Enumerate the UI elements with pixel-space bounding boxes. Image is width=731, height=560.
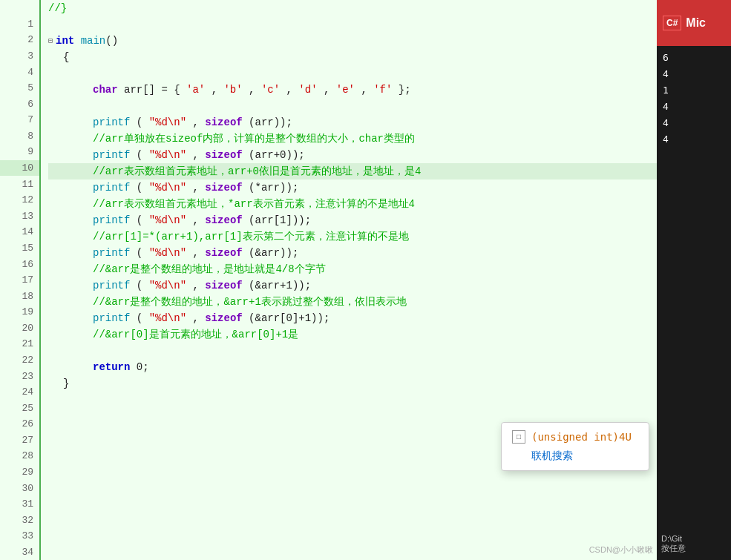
terminal-output: 6 4 1 4 4 4: [657, 46, 731, 531]
output-line-2: 4: [663, 66, 725, 82]
line-num-top: [0, 0, 39, 16]
code-line-top: //}: [48, 0, 731, 16]
terminal-footer: D:\Git 按任意: [657, 531, 731, 560]
terminal-title: Mic: [686, 16, 706, 30]
line-num-13: 13: [0, 208, 39, 225]
code-line-14: //arr[1]=*(arr+1),arr[1]表示第二个元素，注意计算的不是地: [48, 228, 731, 245]
line-num-8: 8: [0, 128, 39, 145]
editor-container: 1 2 3 4 5 6 7 8 9 10 11 12 13 14 15 16 1…: [0, 0, 731, 560]
line-num-31: 31: [0, 496, 39, 513]
code-line-2: ⊟ int main (): [48, 33, 731, 49]
output-line-5: 4: [663, 115, 725, 131]
line-numbers: 1 2 3 4 5 6 7 8 9 10 11 12 13 14 15 16 1…: [0, 0, 41, 560]
tooltip-popup: □ (unsigned int)4U 联机搜索: [501, 422, 649, 471]
line-num-6: 6: [0, 96, 39, 112]
line-num-18: 18: [0, 288, 39, 304]
code-line-20: //&arr[0]是首元素的地址，&arr[0]+1是: [48, 326, 731, 343]
line-num-24: 24: [0, 384, 39, 401]
code-line-15: printf ( "%d\n" , sizeof (&arr));: [48, 245, 731, 261]
code-line-17: printf ( "%d\n" , sizeof (&arr+1));: [48, 277, 731, 294]
line-num-15: 15: [0, 240, 39, 257]
code-line-18: //&arr是整个数组的地址，&arr+1表示跳过整个数组，依旧表示地: [48, 294, 731, 310]
output-line-6: 4: [663, 131, 725, 148]
code-line-4: [48, 65, 731, 82]
code-line-8: //arr单独放在sizeof内部，计算的是整个数组的大小，char类型的: [48, 131, 731, 147]
line-num-32: 32: [0, 513, 39, 529]
line-num-26: 26: [0, 416, 39, 432]
line-num-20: 20: [0, 320, 39, 337]
line-num-30: 30: [0, 480, 39, 496]
tooltip-item: □ (unsigned int)4U: [512, 430, 638, 444]
output-line-1: 6: [663, 50, 725, 66]
terminal-header: C# Mic: [657, 0, 731, 46]
line-num-7: 7: [0, 112, 39, 128]
line-num-17: 17: [0, 272, 39, 289]
code-line-1: [48, 16, 731, 33]
tooltip-type-icon: □: [512, 430, 525, 444]
right-panel: C# Mic 6 4 1 4 4 4 D:\Git 按任意: [657, 0, 731, 560]
code-line-6: [48, 98, 731, 114]
code-lines: //} ⊟ int main () { char: [41, 0, 731, 392]
tooltip-search-link[interactable]: 联机搜索: [512, 449, 638, 463]
tooltip-type-text: (unsigned int)4U: [531, 431, 632, 443]
path-text: D:\Git: [661, 534, 727, 543]
line-num-1: 1: [0, 16, 39, 33]
code-area[interactable]: //} ⊟ int main () { char: [41, 0, 731, 560]
line-num-23: 23: [0, 368, 39, 384]
line-num-9: 9: [0, 144, 39, 160]
code-line-7: printf ( "%d\n" , sizeof (arr));: [48, 114, 731, 131]
code-line-19: printf ( "%d\n" , sizeof (&arr[0]+1));: [48, 310, 731, 326]
line-num-22: 22: [0, 352, 39, 369]
line-num-21: 21: [0, 336, 39, 352]
code-line-16: //&arr是整个数组的地址，是地址就是4/8个字节: [48, 261, 731, 277]
line-num-2: 2: [0, 32, 39, 48]
fold-icon[interactable]: ⊟: [48, 36, 53, 45]
line-num-10: 10: [0, 160, 39, 177]
line-num-34: 34: [0, 544, 39, 560]
line-num-19: 19: [0, 304, 39, 320]
line-num-5: 5: [0, 80, 39, 96]
cs-badge: C#: [663, 16, 681, 30]
line-num-25: 25: [0, 400, 39, 416]
code-line-23: }: [48, 375, 731, 392]
code-line-12: //arr表示数组首元素地址，*arr表示首元素，注意计算的不是地址4: [48, 196, 731, 212]
code-line-10: //arr表示数组首元素地址，arr+0依旧是首元素的地址，是地址，是4: [48, 163, 731, 179]
output-line-3: 1: [663, 82, 725, 99]
code-line-5: char arr[] = { 'a' , 'b' , 'c' , 'd' , '…: [48, 82, 731, 98]
line-num-29: 29: [0, 464, 39, 481]
code-line-9: printf ( "%d\n" , sizeof (arr+0));: [48, 147, 731, 163]
code-line-3: {: [48, 49, 731, 65]
press-text: 按任意: [661, 543, 727, 554]
line-num-4: 4: [0, 64, 39, 80]
watermark: CSDN@小小啾啾: [589, 544, 653, 556]
line-num-14: 14: [0, 224, 39, 240]
code-line-13: printf ( "%d\n" , sizeof (arr[1]));: [48, 212, 731, 228]
line-num-16: 16: [0, 256, 39, 272]
line-num-27: 27: [0, 432, 39, 449]
line-num-12: 12: [0, 192, 39, 208]
code-line-22: return 0;: [48, 359, 731, 375]
code-line-21: [48, 343, 731, 359]
output-line-4: 4: [663, 99, 725, 115]
code-line-11: printf ( "%d\n" , sizeof (*arr));: [48, 179, 731, 196]
line-num-3: 3: [0, 48, 39, 65]
line-num-28: 28: [0, 448, 39, 464]
line-num-11: 11: [0, 176, 39, 192]
line-num-33: 33: [0, 528, 39, 544]
